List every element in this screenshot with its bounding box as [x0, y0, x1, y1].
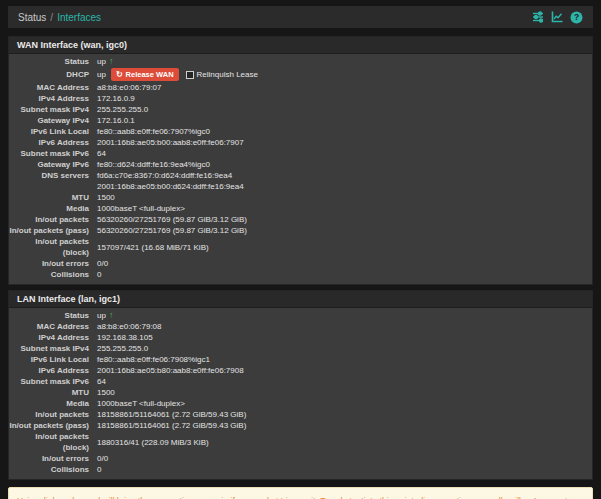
- row-label: Subnet mask IPv6: [9, 376, 89, 387]
- panel-wan-interface: WAN Interface (wan, igc0)Statusup↑DHCPup…: [8, 36, 593, 285]
- value-line: 1500: [97, 192, 115, 203]
- row-value: 56320260/27251769 (59.87 GiB/3.12 GiB): [97, 225, 247, 236]
- interface-row: In/out errors0/0: [9, 258, 592, 269]
- value-line: 192.168.38.105: [97, 332, 153, 343]
- interface-row: Gateway IPv6fe80::d624:ddff:fe16:9ea4%ig…: [9, 159, 592, 170]
- row-label: MTU: [9, 192, 89, 203]
- interface-row: In/out packets (block)1880316/41 (228.09…: [9, 431, 592, 453]
- settings-sliders-icon[interactable]: [532, 11, 544, 23]
- value-line: fe80::aab8:e0ff:fe06:7908%igc1: [97, 354, 210, 365]
- value-line: 157097/421 (16.68 MiB/71 KiB): [97, 242, 209, 253]
- interface-panels: WAN Interface (wan, igc0)Statusup↑DHCPup…: [0, 36, 601, 480]
- row-label: In/out packets (block): [9, 431, 89, 453]
- breadcrumb-link-interfaces[interactable]: Interfaces: [57, 12, 101, 23]
- interface-row: Media1000baseT <full-duplex>: [9, 398, 592, 409]
- row-label: Subnet mask IPv6: [9, 148, 89, 159]
- row-value: 0/0: [97, 258, 108, 269]
- row-label: In/out packets (pass): [9, 420, 89, 431]
- breadcrumb-separator: /: [50, 12, 53, 23]
- interface-row: In/out packets (pass)18158861/51164061 (…: [9, 420, 592, 431]
- interface-row: DNS serversfd6a:c70e:8367:0:d624:ddff:fe…: [9, 170, 592, 192]
- row-label: DNS servers: [9, 170, 89, 192]
- row-value: 64: [97, 148, 106, 159]
- interface-row: Subnet mask IPv4255.255.255.0: [9, 104, 592, 115]
- row-value: 2001:16b8:ae05:b00:aab8:e0ff:fe06:7907: [97, 137, 244, 148]
- interface-row: Statusup↑: [9, 310, 592, 321]
- value-line: fe80::d624:ddff:fe16:9ea4%igc0: [97, 159, 210, 170]
- row-label: Gateway IPv6: [9, 159, 89, 170]
- interface-row: Collisions0: [9, 464, 592, 475]
- value-line: fd6a:c70e:8367:0:d624:ddff:fe16:9ea4: [97, 170, 379, 181]
- row-value: 2001:16b8:ae05:b80:aab8:e0ff:fe06:7908: [97, 365, 244, 376]
- value-line: 172.16.0.9: [97, 93, 135, 104]
- row-label: MAC Address: [9, 321, 89, 332]
- interface-row: MTU1500: [9, 387, 592, 398]
- value-line: 1000baseT <full-duplex>: [97, 398, 185, 409]
- row-label: In/out errors: [9, 258, 89, 269]
- interface-row: Media1000baseT <full-duplex>: [9, 203, 592, 214]
- value-line: 0/0: [97, 453, 108, 464]
- status-value: up: [97, 310, 106, 321]
- value-line: 172.16.0.1: [97, 115, 135, 126]
- row-label: In/out errors: [9, 453, 89, 464]
- status-value: up: [97, 56, 106, 67]
- row-label: In/out packets (pass): [9, 225, 89, 236]
- panel-title-wan: WAN Interface (wan, igc0): [9, 37, 592, 54]
- row-label: IPv6 Link Local: [9, 126, 89, 137]
- row-label: Collisions: [9, 464, 89, 475]
- row-label: Media: [9, 203, 89, 214]
- value-line: 18158861/51164061 (2.72 GiB/59.43 GiB): [97, 420, 246, 431]
- breadcrumb-section: Status: [18, 12, 46, 23]
- panel-body-lan: Statusup↑MAC Addressa8:b8:e0:06:79:08IPv…: [9, 308, 592, 479]
- interface-row: IPv4 Address172.16.0.9: [9, 93, 592, 104]
- value-line: 18158861/51164061 (2.72 GiB/59.43 GiB): [97, 409, 246, 420]
- interface-row: In/out packets18158861/51164061 (2.72 Gi…: [9, 409, 592, 420]
- row-label: IPv6 Link Local: [9, 354, 89, 365]
- interface-row: In/out errors0/0: [9, 453, 592, 464]
- row-value: 0/0: [97, 453, 108, 464]
- interface-row: Collisions0: [9, 269, 592, 280]
- row-label: Subnet mask IPv4: [9, 343, 89, 354]
- interface-row: In/out packets (pass)56320260/27251769 (…: [9, 225, 592, 236]
- row-label: Status: [9, 310, 89, 321]
- row-label: Subnet mask IPv4: [9, 104, 89, 115]
- help-icon[interactable]: ?: [570, 11, 583, 24]
- release-wan-button[interactable]: ↻Release WAN: [111, 68, 179, 81]
- interface-row: MAC Addressa8:b8:e0:06:79:08: [9, 321, 592, 332]
- interface-row: IPv6 Address2001:16b8:ae05:b80:aab8:e0ff…: [9, 365, 592, 376]
- value-line: 0: [97, 464, 101, 475]
- row-label: IPv6 Address: [9, 137, 89, 148]
- panel-body-wan: Statusup↑DHCPup↻Release WANRelinquish Le…: [9, 54, 592, 284]
- release-wan-label: Release WAN: [126, 70, 174, 79]
- svg-text:?: ?: [574, 12, 579, 22]
- traffic-graph-icon[interactable]: [551, 11, 563, 23]
- row-value: fe80::d624:ddff:fe16:9ea4%igc0: [97, 159, 210, 170]
- value-line: 0/0: [97, 258, 108, 269]
- row-value: 255.255.255.0: [97, 343, 148, 354]
- interface-row: IPv6 Link Localfe80::aab8:e0ff:fe06:7908…: [9, 354, 592, 365]
- row-value: 64: [97, 376, 106, 387]
- row-value: 172.16.0.1: [97, 115, 135, 126]
- row-value: 192.168.38.105: [97, 332, 153, 343]
- relinquish-lease-checkbox[interactable]: [186, 71, 194, 79]
- value-line: 1880316/41 (228.09 MiB/3 KiB): [97, 437, 209, 448]
- value-line: 56320260/27251769 (59.87 GiB/3.12 GiB): [97, 214, 247, 225]
- value-line: 1000baseT <full-duplex>: [97, 203, 185, 214]
- interface-row: Statusup↑: [9, 56, 592, 67]
- interface-row: Subnet mask IPv664: [9, 376, 592, 387]
- panel-title-lan: LAN Interface (lan, igc1): [9, 291, 592, 308]
- refresh-icon: ↻: [116, 71, 123, 79]
- header-icons: ?: [532, 11, 583, 24]
- row-value: 0: [97, 269, 101, 280]
- row-label: MTU: [9, 387, 89, 398]
- row-label: IPv6 Address: [9, 365, 89, 376]
- value-line: 255.255.255.0: [97, 343, 148, 354]
- panel-lan-interface: LAN Interface (lan, igc1)Statusup↑MAC Ad…: [8, 290, 593, 480]
- interface-row: Gateway IPv4172.16.0.1: [9, 115, 592, 126]
- row-label: In/out packets: [9, 409, 89, 420]
- row-value: 0: [97, 464, 101, 475]
- status-up-arrow-icon: ↑: [109, 56, 114, 67]
- interface-row: DHCPup↻Release WANRelinquish Lease: [9, 67, 592, 82]
- interface-row: IPv4 Address192.168.38.105: [9, 332, 592, 343]
- row-label: In/out packets: [9, 214, 89, 225]
